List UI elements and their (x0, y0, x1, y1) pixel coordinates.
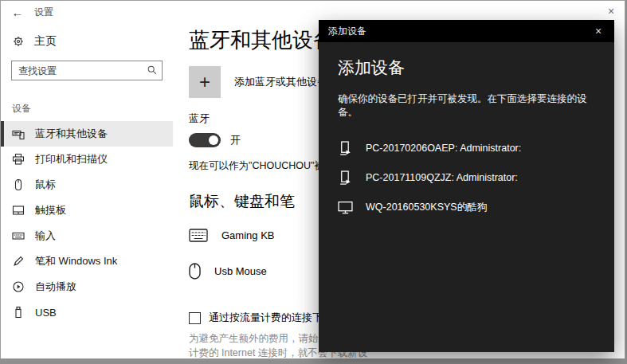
media-device-icon (338, 170, 353, 186)
sidebar-nav: 蓝牙和其他设备 打印机和扫描仪 (1, 121, 173, 325)
sidebar-item[interactable]: 输入 (1, 223, 173, 249)
back-button[interactable]: ← (1, 6, 34, 19)
dialog-titlebar-label: 添加设备 (328, 25, 366, 38)
sidebar-item-label: 打印机和扫描仪 (35, 152, 108, 166)
bluetooth-toggle-state: 开 (230, 133, 241, 147)
dialog-titlebar: 添加设备 × (319, 20, 614, 42)
sidebar-item-label: 自动播放 (35, 280, 76, 294)
paired-device-name: Usb Mouse (214, 265, 267, 277)
discovered-device-row[interactable]: WQ-20160530KSYS的酷狗 (338, 195, 595, 219)
sidebar-item[interactable]: 自动播放 (1, 274, 173, 299)
mouse-icon (189, 263, 201, 280)
sidebar-item-label: 鼠标 (35, 178, 56, 192)
monitor-icon (338, 201, 353, 214)
bluetooth-devices-icon (12, 127, 25, 140)
discovered-device-row[interactable]: PC-20171109QZJZ: Administrator: (338, 166, 595, 190)
sidebar-item-home[interactable]: 主页 (1, 29, 173, 53)
paired-device-name: Gaming KB (221, 229, 274, 241)
discovered-device-name: WQ-20160530KSYS的酷狗 (366, 201, 487, 214)
gear-icon (12, 35, 25, 48)
media-device-icon (338, 141, 353, 156)
sidebar-section-devices: 设备 (1, 102, 173, 115)
sidebar-item-label: 触摸板 (35, 203, 66, 217)
discovered-devices-list: PC-20170206OAEP: Administrator: PC-20171… (338, 136, 595, 219)
sidebar-item[interactable]: 鼠标 (1, 172, 173, 198)
sidebar: 主页 设备 (1, 23, 173, 358)
home-label: 主页 (34, 34, 57, 49)
keyboard-icon (12, 229, 25, 242)
bluetooth-toggle[interactable] (189, 133, 221, 147)
autoplay-icon (12, 280, 25, 293)
add-device-dialog: 添加设备 × 添加设备 确保你的设备已打开并可被发现。在下面选择要连接的设备。 … (319, 20, 614, 352)
discovered-device-row[interactable]: PC-20170206OAEP: Administrator: (338, 136, 595, 160)
dialog-body: 添加设备 确保你的设备已打开并可被发现。在下面选择要连接的设备。 PC-2017… (319, 42, 614, 219)
sidebar-item-label: 笔和 Windows Ink (35, 254, 117, 268)
dialog-heading: 添加设备 (338, 57, 595, 79)
dialog-description: 确保你的设备已打开并可被发现。在下面选择要连接的设备。 (338, 92, 595, 119)
plus-icon: + (189, 66, 221, 98)
add-device-label: 添加蓝牙或其他设备 (234, 75, 327, 89)
metered-checkbox[interactable] (189, 312, 201, 324)
sidebar-item-label: 蓝牙和其他设备 (35, 127, 108, 141)
metered-checkbox-label: 通过按流量计费的连接下载 (209, 311, 333, 325)
touchpad-icon (12, 204, 25, 217)
keyboard-icon (189, 229, 208, 242)
sidebar-item[interactable]: 笔和 Windows Ink (1, 249, 173, 274)
dialog-close-button[interactable]: × (582, 20, 614, 42)
usb-icon (12, 306, 25, 319)
sidebar-item[interactable]: 蓝牙和其他设备 (1, 121, 173, 147)
sidebar-item[interactable]: USB (1, 299, 173, 325)
app-title: 设置 (34, 6, 53, 19)
window-close-button[interactable]: × (598, 1, 624, 22)
search-box (11, 61, 163, 80)
mouse-icon (12, 178, 25, 191)
search-input[interactable] (11, 61, 163, 80)
discovered-device-name: PC-20170206OAEP: Administrator: (366, 143, 521, 154)
sidebar-item[interactable]: 触摸板 (1, 198, 173, 223)
discovered-device-name: PC-20171109QZJZ: Administrator: (366, 172, 518, 183)
sidebar-item-label: 输入 (35, 229, 56, 243)
pen-icon (12, 255, 25, 268)
printer-icon (12, 153, 25, 166)
sidebar-item-label: USB (35, 307, 57, 319)
sidebar-item[interactable]: 打印机和扫描仪 (1, 147, 173, 172)
